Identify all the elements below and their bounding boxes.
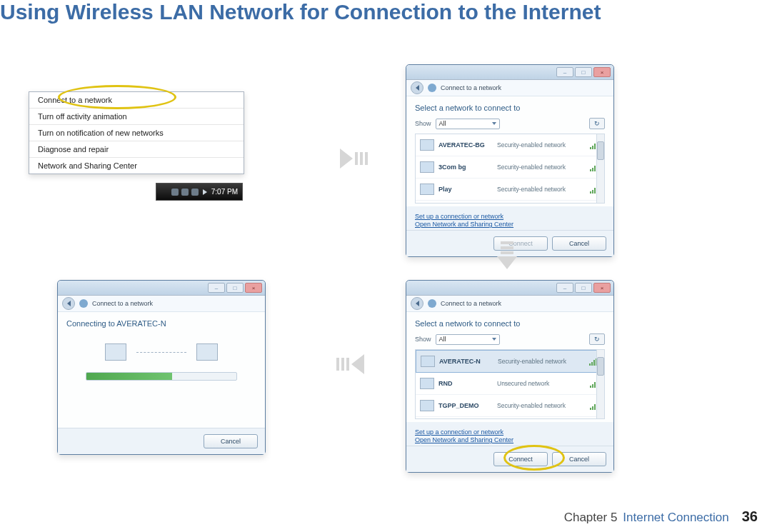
menu-item-connect[interactable]: Connect to a network — [29, 92, 244, 109]
network-desc: Security-enabled network — [498, 358, 589, 365]
footer-section: Internet Connection — [623, 511, 728, 525]
link-setup-connection[interactable]: Set up a connection or network — [415, 213, 605, 220]
network-icon — [420, 161, 434, 173]
computer-icon — [196, 343, 218, 361]
connecting-heading: Connecting to AVERATEC-N — [66, 319, 256, 328]
maximize-button[interactable]: □ — [575, 67, 592, 77]
connect-button[interactable]: Connect — [493, 452, 548, 466]
network-icon — [420, 378, 434, 389]
context-menu: Connect to a network Turn off activity a… — [29, 91, 244, 174]
network-icon — [420, 139, 434, 151]
titlebar: – □ × — [406, 281, 613, 296]
network-row[interactable]: 3Com bg Security-enabled network — [416, 156, 604, 179]
network-desc: Security-enabled network — [497, 164, 590, 171]
network-name: TGPP_DEMO — [438, 402, 497, 409]
network-row[interactable]: Play Security-enabled network — [416, 179, 604, 201]
network-name: RND — [438, 380, 497, 387]
nav-bar: Connect to a network — [406, 296, 613, 312]
menu-item-notify[interactable]: Turn on notification of new networks — [29, 125, 244, 141]
refresh-button[interactable]: ↻ — [589, 333, 605, 345]
cancel-button[interactable]: Cancel — [552, 452, 606, 466]
titlebar: – □ × — [58, 281, 265, 296]
back-button[interactable] — [411, 81, 423, 94]
dialog-connecting: – □ × Connect to a network Connecting to… — [57, 280, 266, 455]
network-icon — [79, 299, 88, 308]
dialog-heading: Select a network to connect to — [415, 104, 605, 112]
network-name: Play — [438, 186, 497, 193]
connection-line-icon — [136, 352, 186, 353]
dialog-heading: Select a network to connect to — [415, 319, 605, 328]
network-icon — [428, 84, 436, 92]
network-desc: Security-enabled network — [497, 186, 590, 193]
footer-links: Set up a connection or network Open Netw… — [406, 422, 613, 446]
network-desc: Security-enabled network — [497, 402, 590, 409]
menu-item-activity[interactable]: Turn off activity animation — [29, 109, 244, 125]
network-row[interactable]: AVERATEC-N Security-enabled network — [416, 350, 604, 373]
footer-page: 36 — [742, 508, 758, 525]
network-icon — [421, 356, 435, 367]
minimize-button[interactable]: – — [208, 283, 225, 293]
back-button[interactable] — [62, 297, 75, 310]
show-select[interactable]: All — [436, 334, 500, 345]
arrow-right-icon — [340, 149, 368, 169]
arrow-down-icon — [497, 241, 517, 269]
network-name: 3Com bg — [438, 164, 497, 171]
network-row[interactable]: RND Unsecured network — [416, 373, 604, 395]
arrow-left-icon — [336, 354, 364, 374]
minimize-button[interactable]: – — [556, 283, 573, 293]
close-button[interactable]: × — [593, 67, 611, 77]
network-list: AVERATEC-N Security-enabled network RND … — [415, 349, 605, 419]
show-label: Show — [415, 336, 431, 343]
show-value: All — [439, 336, 446, 343]
network-desc: Unsecured network — [497, 380, 590, 387]
network-row[interactable]: AVERATEC-BG Security-enabled network — [416, 134, 604, 156]
menu-item-diagnose[interactable]: Diagnose and repair — [29, 141, 244, 158]
scrollbar[interactable] — [596, 350, 604, 418]
link-setup-connection[interactable]: Set up a connection or network — [415, 428, 605, 436]
page-title: Using Wireless LAN Network for Connectio… — [0, 0, 601, 24]
dialog-select-network-2: – □ × Connect to a network Select a netw… — [406, 280, 614, 473]
menu-item-sharing[interactable]: Network and Sharing Center — [29, 158, 244, 174]
maximize-button[interactable]: □ — [226, 283, 244, 293]
cancel-button[interactable]: Cancel — [204, 434, 258, 448]
show-select[interactable]: All — [436, 119, 500, 129]
show-value: All — [439, 120, 446, 127]
maximize-button[interactable]: □ — [575, 283, 592, 293]
cancel-button[interactable]: Cancel — [552, 236, 606, 251]
show-label: Show — [415, 120, 431, 127]
link-network-sharing[interactable]: Open Network and Sharing Center — [415, 221, 605, 228]
taskbar: 7:07 PM — [156, 183, 243, 201]
dialog-select-network-1: – □ × Connect to a network Select a netw… — [406, 64, 614, 257]
minimize-button[interactable]: – — [556, 67, 573, 77]
chevron-down-icon — [492, 122, 496, 125]
computer-icon — [105, 343, 126, 361]
network-icon — [420, 184, 434, 195]
link-network-sharing[interactable]: Open Network and Sharing Center — [415, 436, 605, 443]
speaker-icon — [203, 189, 207, 195]
nav-title: Connect to a network — [441, 300, 501, 307]
nav-bar: Connect to a network — [406, 80, 613, 96]
titlebar: – □ × — [406, 65, 613, 80]
tray-icon — [181, 189, 189, 196]
network-list: AVERATEC-BG Security-enabled network 3Co… — [415, 134, 605, 204]
network-icon — [428, 299, 436, 308]
tray-icons — [171, 189, 199, 196]
refresh-button[interactable]: ↻ — [589, 118, 605, 129]
chevron-down-icon — [492, 338, 496, 341]
close-button[interactable]: × — [593, 283, 611, 293]
nav-title: Connect to a network — [92, 300, 153, 307]
close-button[interactable]: × — [245, 283, 262, 293]
tray-icon — [171, 189, 179, 196]
tray-icon — [191, 189, 199, 196]
network-icon — [420, 400, 434, 411]
network-name: AVERATEC-BG — [438, 141, 497, 149]
page-footer: Chapter 5 Internet Connection 36 — [564, 508, 758, 525]
network-row[interactable]: TGPP_DEMO Security-enabled network — [416, 395, 604, 417]
network-desc: Security-enabled network — [497, 141, 590, 149]
progress-bar — [86, 372, 237, 381]
connecting-art — [66, 343, 256, 361]
clock: 7:07 PM — [211, 188, 238, 196]
scrollbar[interactable] — [596, 134, 604, 203]
back-button[interactable] — [411, 297, 423, 310]
nav-bar: Connect to a network — [58, 296, 265, 312]
